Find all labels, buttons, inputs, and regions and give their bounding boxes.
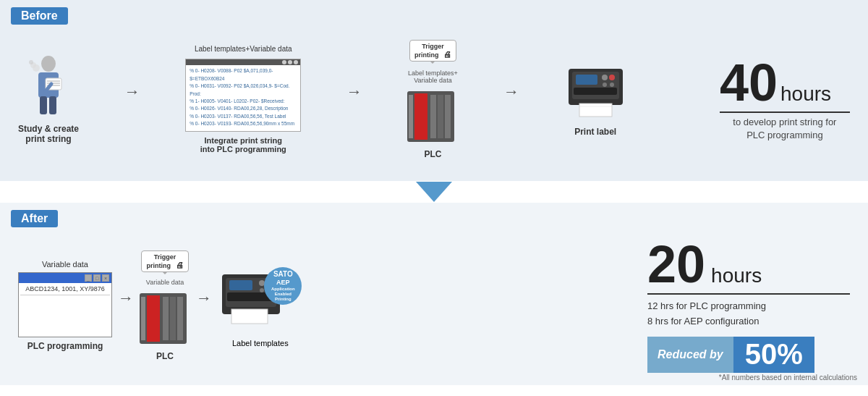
arrow3: →	[503, 83, 519, 101]
before-content: Study & create print string → Label temp…	[11, 30, 857, 168]
svg-rect-31	[170, 297, 176, 340]
code-block: % 0- H0208- V0088- P02 $A,071,039,0- $=E…	[185, 59, 301, 131]
after-content: Variable data _ □ × ABCD1234, 1001, XY/9…	[11, 233, 857, 378]
reduced-label: Reduced by	[647, 337, 733, 373]
reduced-box: Reduced by 50%	[647, 337, 850, 373]
hours-desc: to develop print string forPLC programmi…	[720, 111, 850, 142]
title-bar	[186, 59, 300, 65]
sato-line1: SATO	[273, 270, 293, 279]
svg-point-25	[609, 75, 615, 80]
plc-icon	[407, 88, 458, 146]
after-hours-line1: 12 hrs for PLC programming	[647, 299, 850, 314]
after-hours-unit: hours	[711, 264, 762, 287]
after-hours-number: 20	[647, 238, 705, 290]
hours-unit: hours	[780, 83, 831, 106]
var-window-title: _ □ ×	[19, 273, 111, 283]
after-step3-label: Label templates	[232, 339, 289, 347]
svg-rect-14	[430, 95, 436, 138]
arrow2: →	[346, 83, 362, 101]
after-hours-detail: 12 hrs for PLC programming 8 hrs for AEP…	[647, 299, 850, 329]
after-step2-label-bottom: PLC	[156, 351, 174, 361]
svg-rect-16	[445, 95, 451, 138]
sato-line3: Application	[271, 287, 295, 292]
after-arrow1: →	[118, 289, 134, 308]
svg-rect-21	[579, 104, 612, 117]
step3-label-bottom: PLC	[424, 149, 441, 159]
after-step1-label-top: Variable data	[42, 260, 88, 269]
down-arrow-icon	[416, 182, 452, 202]
btn3	[294, 60, 298, 64]
svg-point-26	[603, 83, 607, 87]
after-arrow2: →	[196, 289, 212, 308]
step1-study: Study & create print string	[18, 55, 79, 144]
svg-point-0	[41, 56, 56, 72]
btn2	[288, 60, 292, 64]
after-section: After Variable data _ □ × ABCD1234, 1001…	[0, 203, 868, 385]
svg-rect-8	[49, 96, 56, 114]
svg-rect-15	[438, 95, 443, 138]
down-arrow-section	[0, 181, 868, 203]
svg-rect-29	[147, 295, 160, 342]
svg-rect-20	[574, 88, 617, 95]
printer-icon	[565, 62, 626, 123]
svg-point-11	[29, 60, 33, 64]
step4-print: Print label	[565, 62, 626, 137]
main-container: Before	[0, 0, 868, 396]
svg-rect-30	[163, 297, 169, 340]
hours-number: 40	[720, 56, 778, 109]
step3-label-top: Label templates+Variable data	[408, 69, 458, 84]
sato-line2: AEP	[276, 279, 290, 287]
sato-line4: Enabled Printing	[268, 292, 298, 302]
after-step1-label-bottom: PLC programming	[27, 341, 103, 351]
after-hours-line2: 8 hrs for AEP configuration	[647, 314, 850, 329]
hours-20-container: 20 hours	[647, 238, 850, 295]
after-step1: Variable data _ □ × ABCD1234, 1001, XY/9…	[18, 260, 112, 351]
trigger-bubble: Trigger printing 🖨	[409, 40, 456, 62]
svg-rect-32	[177, 297, 183, 340]
before-label: Before	[11, 7, 68, 25]
after-step2: Trigger printing 🖨 Variable data PLC	[140, 250, 190, 361]
svg-rect-23	[576, 75, 597, 85]
after-trigger-bubble: Trigger printing 🖨	[141, 250, 188, 272]
step3-plc: Trigger printing 🖨 Label templates+Varia…	[407, 40, 458, 159]
btn1	[282, 60, 286, 64]
step1-label: Study & create print string	[18, 124, 79, 144]
win-btn-close[interactable]: ×	[102, 274, 109, 282]
svg-rect-17	[409, 95, 413, 138]
reduced-percent: 50%	[733, 337, 814, 373]
var-window-content: ABCD1234, 1001, XY/9876	[20, 283, 110, 295]
svg-rect-38	[229, 280, 252, 290]
sato-badge: SATO AEP Application Enabled Printing	[264, 267, 302, 305]
var-window: _ □ × ABCD1234, 1001, XY/9876	[18, 272, 112, 337]
win-btn-min[interactable]: _	[85, 274, 92, 282]
step2-integrate: Label templates+Variable data % 0- H0208…	[185, 45, 301, 153]
after-hours-box: 20 hours 12 hrs for PLC programming 8 hr…	[647, 238, 850, 373]
svg-rect-33	[141, 297, 145, 340]
after-plc-icon	[140, 290, 190, 347]
svg-point-24	[602, 75, 608, 80]
arrow1: →	[124, 83, 140, 101]
svg-rect-7	[40, 96, 47, 114]
step2-label-bottom: Integrate print stringinto PLC programmi…	[200, 136, 286, 153]
svg-rect-13	[414, 93, 427, 140]
step2-label-top: Label templates+Variable data	[195, 45, 292, 53]
before-section: Before	[0, 0, 868, 181]
step4-label: Print label	[574, 127, 616, 137]
person-icon	[25, 55, 72, 120]
svg-point-27	[610, 83, 614, 87]
after-step2-label-top: Variable data	[146, 279, 184, 286]
svg-rect-37	[231, 309, 268, 324]
before-hours-box: 40 hours to develop print string forPLC …	[720, 56, 850, 142]
after-step3: SATO AEP Application Enabled Printing La…	[218, 264, 289, 347]
win-btn-max[interactable]: □	[93, 274, 101, 282]
footnote: *All numbers based on internal calculati…	[719, 374, 857, 382]
code-content: % 0- H0208- V0088- P02 $A,071,039,0- $=E…	[190, 67, 297, 127]
after-label: After	[11, 210, 58, 227]
